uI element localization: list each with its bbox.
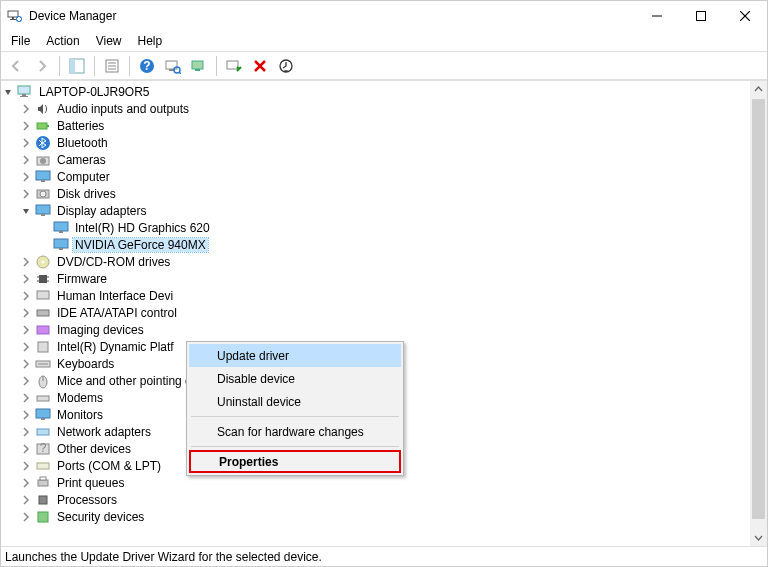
battery-icon <box>35 118 51 134</box>
context-menu-properties[interactable]: Properties <box>189 450 401 473</box>
tree-node-display-nvidia[interactable]: NVIDIA GeForce 940MX <box>1 236 750 253</box>
chevron-down-icon[interactable] <box>1 85 15 99</box>
chevron-right-icon[interactable] <box>19 153 33 167</box>
computer-icon <box>17 84 33 100</box>
svg-rect-28 <box>18 86 30 94</box>
tree-view-container: LAPTOP-0LJR9OR5 Audio inputs and outputs… <box>1 80 767 546</box>
tree-node-label: Security devices <box>55 510 146 524</box>
svg-rect-63 <box>41 418 45 420</box>
context-menu-update-driver[interactable]: Update driver <box>189 344 401 367</box>
chevron-right-icon[interactable] <box>19 102 33 116</box>
chevron-right-icon[interactable] <box>19 374 33 388</box>
tree-root[interactable]: LAPTOP-0LJR9OR5 <box>1 83 750 100</box>
speaker-icon <box>35 101 51 117</box>
tree-node-label: Audio inputs and outputs <box>55 102 191 116</box>
tree-node-display[interactable]: Display adapters <box>1 202 750 219</box>
chevron-right-icon[interactable] <box>19 340 33 354</box>
chevron-right-icon[interactable] <box>19 493 33 507</box>
tree-node-label: Display adapters <box>55 204 148 218</box>
forward-button[interactable] <box>31 55 53 77</box>
tree-node-bluetooth[interactable]: Bluetooth <box>1 134 750 151</box>
tree-node-security[interactable]: Security devices <box>1 508 750 525</box>
chevron-right-icon[interactable] <box>19 391 33 405</box>
display-adapter-icon <box>35 203 51 219</box>
scroll-up-button[interactable] <box>750 81 767 98</box>
chevron-right-icon[interactable] <box>19 357 33 371</box>
tree-node-batteries[interactable]: Batteries <box>1 117 750 134</box>
context-menu-uninstall-device[interactable]: Uninstall device <box>189 390 401 413</box>
minimize-button[interactable] <box>635 2 679 30</box>
tree-node-cameras[interactable]: Cameras <box>1 151 750 168</box>
chevron-right-icon[interactable] <box>19 476 33 490</box>
svg-rect-23 <box>195 69 200 71</box>
chevron-right-icon[interactable] <box>19 323 33 337</box>
toolbar: ? <box>1 52 767 80</box>
tree-node-firmware[interactable]: Firmware <box>1 270 750 287</box>
tree-node-audio[interactable]: Audio inputs and outputs <box>1 100 750 117</box>
scan-hardware-button[interactable] <box>162 55 184 77</box>
chevron-right-icon[interactable] <box>19 187 33 201</box>
chevron-right-icon[interactable] <box>19 272 33 286</box>
svg-text:?: ? <box>40 441 47 455</box>
chevron-right-icon[interactable] <box>19 289 33 303</box>
svg-rect-67 <box>37 463 49 469</box>
menu-action[interactable]: Action <box>40 32 85 50</box>
chevron-right-icon[interactable] <box>19 442 33 456</box>
printer-icon <box>35 475 51 491</box>
maximize-button[interactable] <box>679 2 723 30</box>
scroll-down-button[interactable] <box>750 529 767 546</box>
back-button[interactable] <box>5 55 27 77</box>
context-menu-divider <box>191 416 399 417</box>
chevron-right-icon[interactable] <box>19 510 33 524</box>
context-menu: Update driver Disable device Uninstall d… <box>186 341 404 476</box>
svg-rect-42 <box>54 222 68 231</box>
show-hide-console-tree-button[interactable] <box>66 55 88 77</box>
tree-node-label: LAPTOP-0LJR9OR5 <box>37 85 152 99</box>
toolbar-divider <box>94 56 95 76</box>
tree-node-ide[interactable]: IDE ATA/ATAPI control <box>1 304 750 321</box>
vertical-scrollbar[interactable] <box>750 81 767 546</box>
svg-line-21 <box>179 72 181 74</box>
tree-node-print[interactable]: Print queues <box>1 474 750 491</box>
tree-node-label: Other devices <box>55 442 133 456</box>
camera-icon <box>35 152 51 168</box>
menu-view[interactable]: View <box>90 32 128 50</box>
tree-node-imaging[interactable]: Imaging devices <box>1 321 750 338</box>
context-menu-label: Disable device <box>215 372 297 386</box>
tree-node-disk[interactable]: Disk drives <box>1 185 750 202</box>
controller-icon <box>35 305 51 321</box>
chevron-down-icon[interactable] <box>19 204 33 218</box>
chevron-right-icon[interactable] <box>19 408 33 422</box>
close-button[interactable] <box>723 2 767 30</box>
tree-node-computer[interactable]: Computer <box>1 168 750 185</box>
tree-node-dvd[interactable]: DVD/CD-ROM drives <box>1 253 750 270</box>
chevron-right-icon[interactable] <box>19 119 33 133</box>
properties-button[interactable] <box>101 55 123 77</box>
menu-file[interactable]: File <box>5 32 36 50</box>
chevron-right-icon[interactable] <box>19 425 33 439</box>
chevron-right-icon[interactable] <box>19 136 33 150</box>
help-button[interactable]: ? <box>136 55 158 77</box>
tree-node-display-intel[interactable]: Intel(R) HD Graphics 620 <box>1 219 750 236</box>
menu-help[interactable]: Help <box>132 32 169 50</box>
svg-rect-36 <box>36 171 50 180</box>
tree-node-hid[interactable]: Human Interface Devi <box>1 287 750 304</box>
tree-node-label: Keyboards <box>55 357 116 371</box>
chevron-right-icon[interactable] <box>19 306 33 320</box>
uninstall-device-button[interactable] <box>249 55 271 77</box>
svg-rect-37 <box>41 180 45 182</box>
svg-rect-2 <box>10 19 16 20</box>
chevron-right-icon[interactable] <box>19 170 33 184</box>
tree-node-processors[interactable]: Processors <box>1 491 750 508</box>
context-menu-scan-hardware[interactable]: Scan for hardware changes <box>189 420 401 443</box>
device-tree[interactable]: LAPTOP-0LJR9OR5 Audio inputs and outputs… <box>1 81 750 546</box>
svg-rect-68 <box>38 480 48 486</box>
chevron-right-icon[interactable] <box>19 459 33 473</box>
scrollbar-thumb[interactable] <box>752 99 765 519</box>
svg-rect-53 <box>37 291 49 299</box>
update-driver-button[interactable] <box>188 55 210 77</box>
context-menu-disable-device[interactable]: Disable device <box>189 367 401 390</box>
add-legacy-hardware-button[interactable] <box>275 55 297 77</box>
chevron-right-icon[interactable] <box>19 255 33 269</box>
disable-device-button[interactable] <box>223 55 245 77</box>
